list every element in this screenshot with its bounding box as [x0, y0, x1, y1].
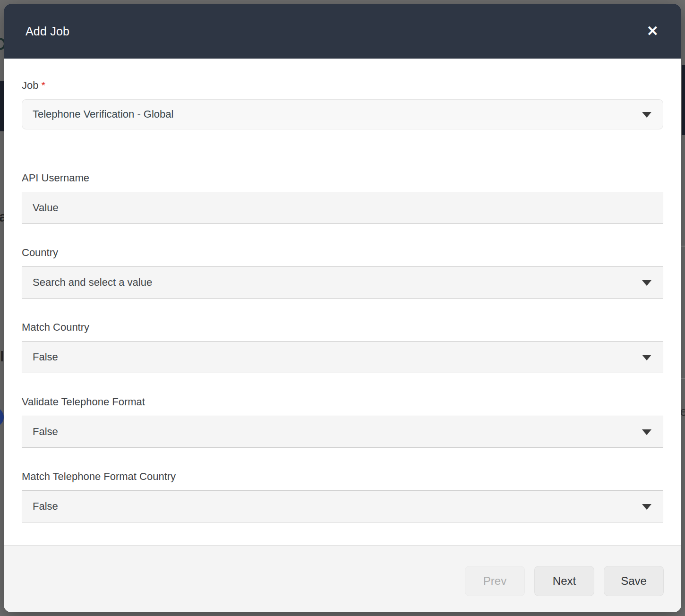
modal-body: Job* Telephone Verification - Global API… [4, 59, 681, 545]
background-line-fragment [681, 378, 685, 379]
chevron-down-icon [642, 504, 651, 510]
prev-button[interactable]: Prev [465, 566, 525, 596]
match-country-label: Match Country [22, 321, 663, 334]
modal-title: Add Job [26, 25, 69, 38]
field-api-username: API Username [22, 172, 663, 224]
match-country-select-value: False [33, 351, 58, 363]
job-select[interactable]: Telephone Verification - Global [22, 99, 663, 129]
validate-telephone-format-label: Validate Telephone Format [22, 396, 663, 408]
api-username-input[interactable] [22, 192, 663, 224]
background-blue-circle-fragment [0, 407, 4, 427]
chevron-down-icon [642, 355, 651, 360]
field-match-country: Match Country False [22, 321, 663, 373]
match-telephone-format-country-select-value: False [33, 500, 58, 513]
api-username-label: API Username [22, 172, 663, 184]
match-telephone-format-country-label: Match Telephone Format Country [22, 471, 663, 483]
modal-header: Add Job ✕ [4, 4, 681, 59]
close-icon[interactable]: ✕ [647, 24, 659, 38]
job-select-value: Telephone Verification - Global [33, 108, 173, 120]
field-country: Country Search and select a value [22, 247, 663, 299]
background-header-fragment-right [682, 65, 685, 135]
required-asterisk: * [41, 79, 45, 91]
chevron-down-icon [642, 280, 651, 286]
job-label-text: Job [22, 79, 38, 91]
next-button[interactable]: Next [534, 566, 594, 596]
save-button[interactable]: Save [604, 566, 664, 596]
field-job: Job* Telephone Verification - Global [22, 79, 663, 129]
chevron-down-icon [642, 429, 651, 435]
add-job-modal: Add Job ✕ Job* Telephone Verification - … [4, 4, 681, 612]
job-label: Job* [22, 79, 663, 92]
country-select[interactable]: Search and select a value [22, 266, 663, 299]
dimmed-backdrop: a l e Add Job ✕ Job* Telephone Verificat… [0, 0, 685, 616]
validate-telephone-format-select-value: False [33, 426, 58, 438]
match-country-select[interactable]: False [22, 341, 663, 373]
validate-telephone-format-select[interactable]: False [22, 416, 663, 448]
country-select-value: Search and select a value [33, 276, 152, 289]
field-validate-telephone-format: Validate Telephone Format False [22, 396, 663, 448]
country-label: Country [22, 247, 663, 259]
chevron-down-icon [642, 112, 651, 118]
match-telephone-format-country-select[interactable]: False [22, 490, 663, 522]
background-line-fragment [681, 246, 685, 247]
field-match-telephone-format-country: Match Telephone Format Country False [22, 471, 663, 522]
modal-footer: Prev Next Save [4, 545, 681, 612]
